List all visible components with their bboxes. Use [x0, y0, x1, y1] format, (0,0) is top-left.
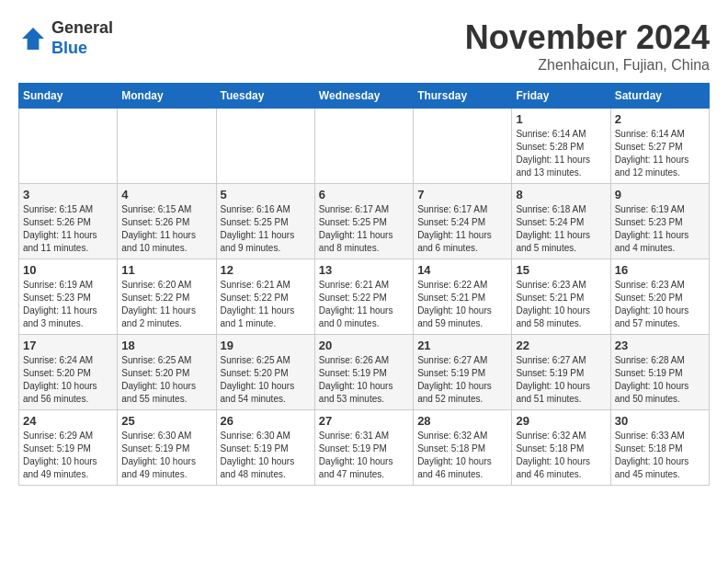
day-info: Sunrise: 6:20 AM Sunset: 5:22 PM Dayligh…	[121, 279, 211, 330]
day-info: Sunrise: 6:32 AM Sunset: 5:18 PM Dayligh…	[516, 430, 606, 481]
day-info: Sunrise: 6:21 AM Sunset: 5:22 PM Dayligh…	[319, 279, 409, 330]
day-info: Sunrise: 6:28 AM Sunset: 5:19 PM Dayligh…	[615, 354, 705, 406]
day-number: 10	[23, 263, 113, 277]
day-info: Sunrise: 6:27 AM Sunset: 5:19 PM Dayligh…	[516, 354, 606, 406]
day-cell: 21Sunrise: 6:27 AM Sunset: 5:19 PM Dayli…	[414, 335, 512, 410]
day-cell: 24Sunrise: 6:29 AM Sunset: 5:19 PM Dayli…	[19, 410, 118, 486]
day-cell: 28Sunrise: 6:32 AM Sunset: 5:18 PM Dayli…	[414, 410, 512, 486]
day-number: 11	[121, 263, 211, 277]
day-cell: 17Sunrise: 6:24 AM Sunset: 5:20 PM Dayli…	[19, 335, 118, 410]
day-number: 24	[23, 414, 113, 428]
day-number: 22	[516, 339, 606, 352]
day-cell: 14Sunrise: 6:22 AM Sunset: 5:21 PM Dayli…	[414, 259, 512, 335]
week-row-2: 3Sunrise: 6:15 AM Sunset: 5:26 PM Daylig…	[19, 184, 710, 259]
day-number: 26	[221, 414, 311, 428]
day-cell: 27Sunrise: 6:31 AM Sunset: 5:19 PM Dayli…	[314, 410, 413, 486]
day-header-thursday: Thursday	[414, 84, 512, 109]
day-number: 6	[319, 188, 409, 201]
header-row: SundayMondayTuesdayWednesdayThursdayFrid…	[19, 84, 710, 109]
day-number: 28	[417, 414, 507, 428]
day-cell: 4Sunrise: 6:15 AM Sunset: 5:26 PM Daylig…	[118, 184, 216, 259]
day-number: 23	[615, 339, 705, 352]
day-info: Sunrise: 6:26 AM Sunset: 5:19 PM Dayligh…	[319, 354, 409, 406]
day-info: Sunrise: 6:25 AM Sunset: 5:20 PM Dayligh…	[221, 354, 311, 406]
day-cell: 5Sunrise: 6:16 AM Sunset: 5:25 PM Daylig…	[216, 184, 314, 259]
day-number: 13	[319, 263, 409, 277]
day-cell: 7Sunrise: 6:17 AM Sunset: 5:24 PM Daylig…	[414, 184, 512, 259]
day-number: 18	[121, 339, 211, 352]
day-cell	[19, 109, 118, 184]
day-number: 29	[516, 414, 606, 428]
day-cell: 18Sunrise: 6:25 AM Sunset: 5:20 PM Dayli…	[118, 335, 216, 410]
day-cell: 10Sunrise: 6:19 AM Sunset: 5:23 PM Dayli…	[19, 259, 118, 335]
day-number: 30	[615, 414, 705, 428]
day-cell: 19Sunrise: 6:25 AM Sunset: 5:20 PM Dayli…	[216, 335, 314, 410]
day-cell: 26Sunrise: 6:30 AM Sunset: 5:19 PM Dayli…	[216, 410, 314, 486]
day-cell: 9Sunrise: 6:19 AM Sunset: 5:23 PM Daylig…	[610, 184, 709, 259]
day-info: Sunrise: 6:15 AM Sunset: 5:26 PM Dayligh…	[23, 203, 113, 255]
month-title: November 2024	[465, 18, 710, 57]
day-header-friday: Friday	[512, 84, 610, 109]
day-cell: 22Sunrise: 6:27 AM Sunset: 5:19 PM Dayli…	[512, 335, 610, 410]
day-number: 21	[417, 339, 507, 352]
day-header-wednesday: Wednesday	[314, 84, 413, 109]
logo-icon	[18, 24, 48, 53]
day-number: 2	[615, 112, 705, 126]
day-cell: 13Sunrise: 6:21 AM Sunset: 5:22 PM Dayli…	[314, 259, 413, 335]
day-info: Sunrise: 6:27 AM Sunset: 5:19 PM Dayligh…	[417, 354, 507, 406]
logo-general: General	[51, 18, 113, 37]
week-row-1: 1Sunrise: 6:14 AM Sunset: 5:28 PM Daylig…	[19, 109, 710, 184]
day-number: 9	[615, 188, 705, 201]
day-number: 7	[417, 188, 507, 201]
day-info: Sunrise: 6:25 AM Sunset: 5:20 PM Dayligh…	[121, 354, 211, 406]
day-info: Sunrise: 6:16 AM Sunset: 5:25 PM Dayligh…	[221, 203, 311, 255]
day-number: 16	[615, 263, 705, 277]
day-number: 17	[23, 339, 113, 352]
day-info: Sunrise: 6:31 AM Sunset: 5:19 PM Dayligh…	[319, 430, 409, 481]
day-header-tuesday: Tuesday	[216, 84, 314, 109]
day-cell: 6Sunrise: 6:17 AM Sunset: 5:25 PM Daylig…	[314, 184, 413, 259]
day-info: Sunrise: 6:15 AM Sunset: 5:26 PM Dayligh…	[121, 203, 211, 255]
logo: General Blue	[18, 18, 113, 58]
title-block: November 2024 Zhenhaicun, Fujian, China	[465, 18, 710, 74]
day-info: Sunrise: 6:14 AM Sunset: 5:28 PM Dayligh…	[516, 128, 606, 179]
day-header-monday: Monday	[118, 84, 216, 109]
day-cell: 16Sunrise: 6:23 AM Sunset: 5:20 PM Dayli…	[610, 259, 709, 335]
day-cell: 20Sunrise: 6:26 AM Sunset: 5:19 PM Dayli…	[314, 335, 413, 410]
day-info: Sunrise: 6:19 AM Sunset: 5:23 PM Dayligh…	[615, 203, 705, 255]
day-cell: 2Sunrise: 6:14 AM Sunset: 5:27 PM Daylig…	[610, 109, 709, 184]
day-cell: 15Sunrise: 6:23 AM Sunset: 5:21 PM Dayli…	[512, 259, 610, 335]
day-info: Sunrise: 6:22 AM Sunset: 5:21 PM Dayligh…	[417, 279, 507, 330]
location-subtitle: Zhenhaicun, Fujian, China	[465, 57, 710, 74]
day-info: Sunrise: 6:14 AM Sunset: 5:27 PM Dayligh…	[615, 128, 705, 179]
svg-marker-0	[22, 28, 44, 50]
day-info: Sunrise: 6:18 AM Sunset: 5:24 PM Dayligh…	[516, 203, 606, 255]
day-number: 14	[417, 263, 507, 277]
day-cell: 8Sunrise: 6:18 AM Sunset: 5:24 PM Daylig…	[512, 184, 610, 259]
day-info: Sunrise: 6:30 AM Sunset: 5:19 PM Dayligh…	[221, 430, 311, 481]
day-number: 25	[121, 414, 211, 428]
day-cell	[414, 109, 512, 184]
day-header-sunday: Sunday	[19, 84, 118, 109]
day-number: 5	[221, 188, 311, 201]
day-cell: 12Sunrise: 6:21 AM Sunset: 5:22 PM Dayli…	[216, 259, 314, 335]
day-number: 1	[516, 112, 606, 126]
day-cell	[314, 109, 413, 184]
day-cell: 25Sunrise: 6:30 AM Sunset: 5:19 PM Dayli…	[118, 410, 216, 486]
week-row-3: 10Sunrise: 6:19 AM Sunset: 5:23 PM Dayli…	[19, 259, 710, 335]
day-number: 4	[121, 188, 211, 201]
day-info: Sunrise: 6:32 AM Sunset: 5:18 PM Dayligh…	[417, 430, 507, 481]
day-info: Sunrise: 6:33 AM Sunset: 5:18 PM Dayligh…	[615, 430, 705, 481]
day-number: 8	[516, 188, 606, 201]
day-cell	[118, 109, 216, 184]
day-number: 3	[23, 188, 113, 201]
day-number: 27	[319, 414, 409, 428]
day-info: Sunrise: 6:30 AM Sunset: 5:19 PM Dayligh…	[121, 430, 211, 481]
week-row-5: 24Sunrise: 6:29 AM Sunset: 5:19 PM Dayli…	[19, 410, 710, 486]
day-info: Sunrise: 6:23 AM Sunset: 5:20 PM Dayligh…	[615, 279, 705, 330]
day-info: Sunrise: 6:24 AM Sunset: 5:20 PM Dayligh…	[23, 354, 113, 406]
day-number: 19	[221, 339, 311, 352]
day-cell: 3Sunrise: 6:15 AM Sunset: 5:26 PM Daylig…	[19, 184, 118, 259]
logo-blue: Blue	[51, 39, 87, 57]
day-cell	[216, 109, 314, 184]
